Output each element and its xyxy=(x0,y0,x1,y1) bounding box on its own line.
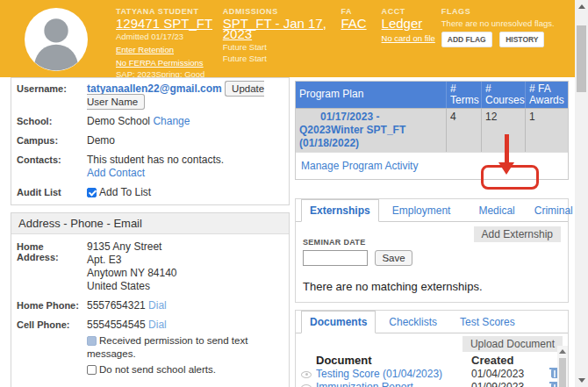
add-to-list-checkbox[interactable] xyxy=(87,188,97,197)
address-section-title: Address - Phone - Email xyxy=(11,213,289,234)
document-column-header: Document xyxy=(316,354,471,367)
cell-phone-label: Cell Phone: xyxy=(17,319,87,376)
no-card-on-file-link[interactable]: No card on file xyxy=(382,33,435,44)
documents-tab-bar: Documents Checklists Test Scores xyxy=(296,311,568,333)
home-address-label: Home Address: xyxy=(17,240,87,293)
tab-test-scores[interactable]: Test Scores xyxy=(452,312,523,333)
school-value: Demo School xyxy=(87,115,150,127)
future-start-text-1: Future Start xyxy=(223,42,341,53)
sms-permission-checkbox[interactable] xyxy=(87,336,97,346)
courses-column-header: # Courses xyxy=(482,82,526,108)
terms-count: 4 xyxy=(447,109,482,152)
address-line-3: Anytown NY 84140 xyxy=(87,267,177,280)
school-label: School: xyxy=(17,115,87,128)
page-scrollbar[interactable] xyxy=(575,0,588,387)
enter-retention-link[interactable]: Enter Retention xyxy=(116,45,174,55)
courses-count: 12 xyxy=(482,109,526,152)
cell-phone-dial-link[interactable]: Dial xyxy=(148,319,167,331)
view-document-icon[interactable] xyxy=(301,371,312,378)
address-line-4: United States xyxy=(87,280,177,293)
tab-documents[interactable]: Documents xyxy=(301,311,376,333)
contacts-label: Contacts: xyxy=(17,154,87,180)
documents-scrollbar[interactable] xyxy=(557,346,568,387)
document-row: Immunization Report 01/09/2023 xyxy=(301,381,563,387)
page-scrollbar-thumb[interactable] xyxy=(577,25,586,92)
header-admissions-column: ADMISSIONS SPT_FT - Jan 17, 2023 Future … xyxy=(223,0,341,77)
change-school-link[interactable]: Change xyxy=(153,115,190,127)
campus-label: Campus: xyxy=(17,134,87,147)
program-plan-header-row: Program Plan # Terms # Courses # FA Awar… xyxy=(296,82,568,108)
student-id-link[interactable]: 129471 SPT_FT xyxy=(116,18,212,29)
annotation-arrow-shaft xyxy=(505,134,509,163)
ledger-link[interactable]: Ledger xyxy=(382,18,423,29)
no-externships-text: There are no matching externships. xyxy=(303,280,561,293)
campus-value: Demo xyxy=(87,134,115,147)
flags-label: FLAGS xyxy=(441,6,575,17)
fa-awards-count: 1 xyxy=(526,109,568,152)
home-phone-value: 5557654321 xyxy=(87,299,146,312)
documents-panel: Documents Checklists Test Scores Upload … xyxy=(295,310,569,387)
header-fa-column: FA FAC xyxy=(341,0,381,77)
manage-program-activity-link[interactable]: Manage Program Activity xyxy=(301,160,418,172)
scroll-up-icon[interactable] xyxy=(578,4,585,9)
document-link[interactable]: Testing Score (01/04/2023) xyxy=(316,368,442,380)
account-info-box: Username: tatyanaallen22@gmail.com Updat… xyxy=(11,77,290,205)
fac-link[interactable]: FAC xyxy=(341,18,366,29)
audit-list-label: Audit List xyxy=(17,186,87,199)
save-seminar-date-button[interactable]: Save xyxy=(375,250,412,266)
home-phone-dial-link[interactable]: Dial xyxy=(148,299,167,312)
document-created-date: 01/04/2023 xyxy=(471,368,549,380)
sms-permission-label: Received permission to send text message… xyxy=(87,335,247,359)
document-link[interactable]: Immunization Report xyxy=(316,381,413,387)
ferpa-permissions-link[interactable]: No FERPA Permissions xyxy=(116,58,204,68)
no-school-alerts-checkbox[interactable] xyxy=(87,365,97,375)
student-profile-page: TATYANA STUDENT 129471 SPT_FT Admitted 0… xyxy=(0,0,588,387)
scroll-up-icon[interactable] xyxy=(559,349,566,354)
future-start-text-2: Future Start xyxy=(223,54,341,64)
student-header-banner: TATYANA STUDENT 129471 SPT_FT Admitted 0… xyxy=(0,0,575,77)
seminar-date-input[interactable] xyxy=(303,250,368,266)
person-silhouette-icon xyxy=(25,8,88,71)
home-phone-label: Home Phone: xyxy=(17,299,87,312)
document-row: Testing Score (01/04/2023) 01/04/2023 xyxy=(301,367,563,381)
program-activity-column: Program Plan # Terms # Courses # FA Awar… xyxy=(295,81,569,387)
tab-criminal[interactable]: Criminal xyxy=(527,200,581,221)
student-avatar xyxy=(25,8,88,71)
fa-awards-column-header: # FA Awards xyxy=(526,82,568,108)
add-contact-link[interactable]: Add Contact xyxy=(87,167,145,179)
address-phone-email-box: Address - Phone - Email Home Address: 91… xyxy=(11,212,290,387)
flags-status-text: There are no unresolved flags. xyxy=(441,18,575,29)
externships-tab-bar: Externships Employment Medical Criminal … xyxy=(296,199,568,222)
cell-phone-value: 5554554545 xyxy=(87,319,146,331)
add-externship-button[interactable]: Add Externship xyxy=(474,226,561,242)
header-student-column: TATYANA STUDENT 129471 SPT_FT Admitted 0… xyxy=(116,0,223,77)
header-flags-column: FLAGS There are no unresolved flags. ADD… xyxy=(441,0,575,77)
created-column-header: Created xyxy=(471,354,549,367)
tab-employment[interactable]: Employment xyxy=(384,200,459,221)
address-line-2: Apt. E3 xyxy=(87,254,177,267)
program-plan-link[interactable]: 01/17/2023 - Q2023Winter SPT_FT (01/18/2… xyxy=(296,109,447,152)
program-plan-row: 01/17/2023 - Q2023Winter SPT_FT (01/18/2… xyxy=(296,108,568,152)
program-plan-column-header: Program Plan xyxy=(296,82,447,108)
tab-checklists[interactable]: Checklists xyxy=(381,312,445,333)
contacts-value: This student has no contacts. xyxy=(87,154,224,167)
terms-column-header: # Terms xyxy=(447,82,482,108)
username-label: Username: xyxy=(17,82,87,109)
admissions-program-link[interactable]: SPT_FT - Jan 17, 2023 xyxy=(223,18,341,39)
scroll-down-icon[interactable] xyxy=(578,378,585,383)
header-acct-column: ACCT Ledger No card on file xyxy=(382,0,441,77)
add-flag-button[interactable]: ADD FLAG xyxy=(441,32,492,47)
annotation-arrow-head-icon xyxy=(498,162,514,175)
tab-externships[interactable]: Externships xyxy=(301,199,379,222)
history-button[interactable]: HISTORY xyxy=(499,32,544,47)
no-school-alerts-label: Do not send school alerts. xyxy=(99,364,216,375)
document-created-date: 01/09/2023 xyxy=(471,381,549,387)
tab-medical[interactable]: Medical xyxy=(470,200,522,221)
admitted-date-text: Admitted 01/17/23 xyxy=(116,32,223,42)
username-email-link[interactable]: tatyanaallen22@gmail.com xyxy=(87,82,222,95)
add-to-list-checkbox-label: Add To List xyxy=(99,186,151,198)
documents-scrollbar-thumb[interactable] xyxy=(559,358,566,387)
externships-panel: Externships Employment Medical Criminal … xyxy=(295,198,569,303)
address-line-1: 9135 Any Street xyxy=(87,240,177,254)
upload-document-button[interactable]: Upload Document xyxy=(463,336,563,352)
